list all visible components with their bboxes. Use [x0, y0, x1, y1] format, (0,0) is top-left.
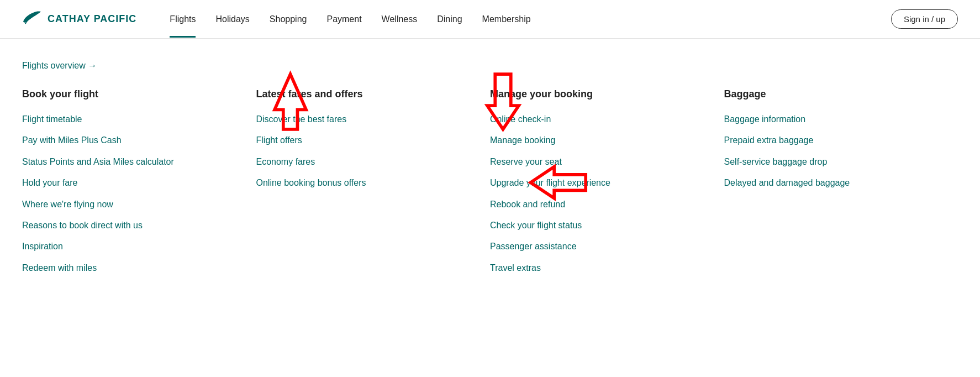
logo-text: CATHAY PACIFIC	[48, 13, 136, 25]
nav-item-payment[interactable]: Payment	[326, 1, 361, 38]
col-manage-booking-title: Manage your booking	[490, 88, 708, 100]
signin-button[interactable]: Sign in / up	[891, 9, 958, 29]
nav-item-holidays[interactable]: Holidays	[215, 1, 249, 38]
col-baggage: Baggage Baggage information Prepaid extr…	[724, 88, 958, 274]
col-fares-offers: Latest fares and offers Discover the bes…	[256, 88, 491, 274]
link-booking-bonus[interactable]: Online booking bonus offers	[256, 177, 474, 189]
link-pay-miles[interactable]: Pay with Miles Plus Cash	[22, 134, 240, 146]
link-book-direct[interactable]: Reasons to book direct with us	[22, 219, 240, 232]
link-economy-fares[interactable]: Economy fares	[256, 156, 474, 168]
header: CATHAY PACIFIC Flights Holidays Shopping…	[0, 0, 980, 39]
col-baggage-title: Baggage	[724, 88, 942, 100]
link-redeem-miles[interactable]: Redeem with miles	[22, 262, 240, 274]
main-nav: Flights Holidays Shopping Payment Wellne…	[170, 1, 891, 38]
link-reserve-seat[interactable]: Reserve your seat	[490, 156, 708, 168]
col-fares-offers-links: Discover the best fares Flight offers Ec…	[256, 113, 474, 190]
link-passenger-assistance[interactable]: Passenger assistance	[490, 240, 708, 253]
col-manage-booking: Manage your booking Online check-in Mana…	[490, 88, 724, 274]
link-damaged-baggage[interactable]: Delayed and damaged baggage	[724, 177, 942, 189]
link-flight-offers[interactable]: Flight offers	[256, 134, 474, 146]
link-baggage-drop[interactable]: Self-service baggage drop	[724, 156, 942, 168]
link-flight-status[interactable]: Check your flight status	[490, 219, 708, 232]
col-baggage-links: Baggage information Prepaid extra baggag…	[724, 113, 942, 190]
link-flying-now[interactable]: Where we're flying now	[22, 198, 240, 211]
col-fares-offers-title: Latest fares and offers	[256, 88, 474, 100]
link-travel-extras[interactable]: Travel extras	[490, 262, 708, 274]
flights-overview: Flights overview →	[22, 61, 958, 71]
link-flight-timetable[interactable]: Flight timetable	[22, 113, 240, 125]
link-manage-booking[interactable]: Manage booking	[490, 134, 708, 146]
link-upgrade-experience[interactable]: Upgrade your flight experience	[490, 177, 708, 189]
link-online-checkin[interactable]: Online check-in	[490, 113, 708, 125]
link-prepaid-baggage[interactable]: Prepaid extra baggage	[724, 134, 942, 146]
link-status-points[interactable]: Status Points and Asia Miles calculator	[22, 156, 240, 168]
nav-item-dining[interactable]: Dining	[437, 1, 462, 38]
flights-overview-link[interactable]: Flights overview →	[22, 61, 97, 70]
menu-columns: Book your flight Flight timetable Pay wi…	[22, 88, 958, 274]
col-book-flight-links: Flight timetable Pay with Miles Plus Cas…	[22, 113, 240, 274]
col-book-flight: Book your flight Flight timetable Pay wi…	[22, 88, 256, 274]
link-best-fares[interactable]: Discover the best fares	[256, 113, 474, 125]
nav-item-flights[interactable]: Flights	[170, 1, 196, 38]
logo-icon	[22, 8, 42, 30]
col-manage-booking-links: Online check-in Manage booking Reserve y…	[490, 113, 708, 274]
nav-item-membership[interactable]: Membership	[482, 1, 531, 38]
link-hold-fare[interactable]: Hold your fare	[22, 177, 240, 189]
link-inspiration[interactable]: Inspiration	[22, 240, 240, 253]
nav-item-wellness[interactable]: Wellness	[382, 1, 418, 38]
col-book-flight-title: Book your flight	[22, 88, 240, 100]
nav-item-shopping[interactable]: Shopping	[270, 1, 307, 38]
logo[interactable]: CATHAY PACIFIC	[22, 8, 136, 30]
link-baggage-info[interactable]: Baggage information	[724, 113, 942, 125]
link-rebook-refund[interactable]: Rebook and refund	[490, 198, 708, 211]
mega-menu: Flights overview → Book your flight Flig…	[0, 39, 980, 307]
